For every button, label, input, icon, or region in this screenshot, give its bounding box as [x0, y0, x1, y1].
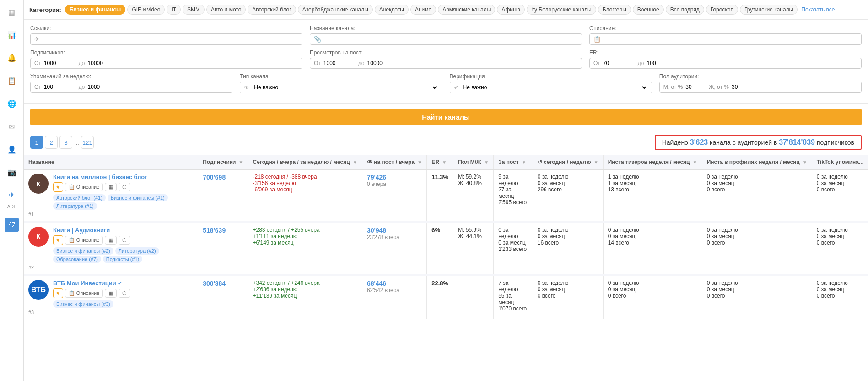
- filter-verification: Верификация ✔ Не важно: [450, 73, 652, 93]
- links-input[interactable]: [42, 36, 298, 43]
- views-to-input[interactable]: [367, 60, 399, 66]
- insta-tizer-cell: 1 за неделю 1 за месяц 13 всего: [603, 169, 702, 221]
- filter-row-1: Ссылки: ✈ Название канала: 📎 Описание: 📋: [30, 25, 862, 45]
- channel-name-input[interactable]: [324, 36, 578, 43]
- page-btn-121[interactable]: 121: [81, 136, 94, 149]
- channel-tag[interactable]: Бизнес и финансы (#3): [53, 300, 113, 308]
- category-tag-anekdoty[interactable]: Анекдоты: [375, 5, 409, 15]
- sidebar-icon-telegram[interactable]: ✈: [5, 188, 19, 202]
- verification-select[interactable]: Не важно: [461, 84, 648, 91]
- description-button[interactable]: 📋 Описание: [65, 236, 103, 245]
- channel-tag[interactable]: Литература (#2): [115, 247, 159, 255]
- er-from-input[interactable]: [603, 60, 635, 66]
- channel-name-link[interactable]: ВТБ Мои Инвестиции: [53, 280, 116, 287]
- sub-from-input[interactable]: [44, 60, 76, 66]
- page-btn-1[interactable]: 1: [30, 136, 43, 149]
- col-er[interactable]: ER ▼: [427, 155, 453, 169]
- channel-rank-label: #1: [28, 212, 193, 217]
- col-subscribers[interactable]: Подписчики ▼: [198, 155, 248, 169]
- col-insta-profile[interactable]: Инста в профилях неделя / месяц ▼: [702, 155, 812, 169]
- insta-tizer-cell: 0 за неделю 0 за месяц 14 всего: [603, 223, 702, 274]
- post-month: 0 за месяц: [498, 239, 528, 246]
- description-button[interactable]: 📋 Описание: [65, 289, 103, 298]
- favorite-button[interactable]: ♥: [53, 182, 63, 192]
- col-gender[interactable]: Пол М/Ж ▼: [453, 155, 494, 169]
- category-bar: Категория: Бизнес и финансыGIF и videoIT…: [24, 0, 868, 20]
- ment-to-input[interactable]: [88, 84, 120, 90]
- views-cell: 68'446 62'542 вчера: [362, 276, 426, 319]
- sidebar-icon-grid[interactable]: ▦: [5, 5, 19, 19]
- channel-name-link[interactable]: Книги на миллион | бизнес блог: [53, 174, 147, 180]
- page-btn-2[interactable]: 2: [45, 136, 58, 149]
- category-tag-it[interactable]: IT: [167, 5, 181, 15]
- sidebar-icon-person[interactable]: 👤: [5, 142, 19, 157]
- insta-profile-cell: 0 за неделю 0 за месяц 0 всего: [702, 169, 812, 221]
- category-tag-azerbaijan[interactable]: Азербайджанские каналы: [298, 5, 373, 15]
- col-today[interactable]: Сегодня / вчера / за неделю / месяц ▼: [248, 155, 362, 169]
- channel-type-icon: 👁: [244, 84, 249, 91]
- sidebar-icon-instagram[interactable]: 📷: [5, 165, 19, 180]
- er-to-input[interactable]: [647, 60, 679, 66]
- col-insta-tizer[interactable]: Инста тизеров неделя / месяц ▼: [603, 155, 702, 169]
- category-tag-vse_podryad[interactable]: Все подряд: [666, 5, 704, 15]
- layers-button[interactable]: ▦: [105, 289, 117, 298]
- channel-tag[interactable]: Литература (#1): [53, 202, 97, 210]
- post-week: 9 за неделю: [498, 174, 528, 186]
- category-tag-gif[interactable]: GIF и video: [127, 5, 165, 15]
- search-button[interactable]: Найти каналы: [30, 109, 862, 125]
- subscribers-cell: 700'698: [198, 169, 248, 221]
- layers-button[interactable]: ▦: [105, 236, 117, 245]
- category-tag-gruzinskie[interactable]: Грузинские каналы: [740, 5, 798, 15]
- channel-type-select[interactable]: Не важно: [252, 84, 438, 91]
- channel-tag[interactable]: Авторский блог (#1): [53, 194, 106, 201]
- sidebar-icon-mail[interactable]: ✉: [5, 119, 19, 134]
- mentions-label: Упоминаний за неделю:: [30, 73, 232, 80]
- description-input[interactable]: [604, 36, 857, 43]
- gender-m-input[interactable]: [685, 84, 706, 90]
- ment-from-input[interactable]: [44, 84, 76, 90]
- col-post[interactable]: За пост ▼: [494, 155, 533, 169]
- description-button[interactable]: 📋 Описание: [65, 183, 103, 191]
- post-cell: 0 за неделю 0 за месяц 1'233 всего: [494, 223, 533, 274]
- share-button[interactable]: ⬡: [119, 289, 130, 298]
- sidebar-icon-book[interactable]: 📋: [5, 73, 19, 88]
- sidebar-shield-icon[interactable]: 🛡: [5, 218, 19, 232]
- channel-tag[interactable]: Бизнес и финансы (#1): [108, 194, 168, 201]
- sub-to-input[interactable]: [88, 60, 120, 66]
- favorite-button[interactable]: ♥: [53, 288, 63, 298]
- search-btn-wrap: Найти каналы: [24, 104, 868, 130]
- category-tag-armyanskie[interactable]: Армянские каналы: [438, 5, 495, 15]
- category-tag-afisha[interactable]: Афиша: [497, 5, 525, 15]
- sidebar-icon-chart[interactable]: 📊: [5, 27, 19, 42]
- category-tag-goroskop[interactable]: Гороскоп: [706, 5, 738, 15]
- favorite-button[interactable]: ♥: [53, 235, 63, 245]
- channel-tag[interactable]: Бизнес и финансы (#2): [53, 247, 113, 255]
- category-tag-anime[interactable]: Аниме: [410, 5, 436, 15]
- category-tag-belorusskie[interactable]: by Белорусские каналы: [527, 5, 596, 15]
- category-tag-smm[interactable]: SMM: [183, 5, 205, 15]
- show-all-button[interactable]: Показать все: [801, 6, 835, 13]
- share-button[interactable]: ⬡: [119, 236, 130, 245]
- sidebar-icon-globe[interactable]: 🌐: [5, 96, 19, 111]
- views-from-input[interactable]: [323, 60, 356, 66]
- share-button[interactable]: ⬡: [119, 183, 130, 191]
- category-tag-bloggers[interactable]: Блоггеры: [598, 5, 631, 15]
- channel-tag[interactable]: Подкасты (#1): [103, 256, 142, 263]
- page-btn-3[interactable]: 3: [59, 136, 72, 149]
- views-value: 30'948: [367, 227, 422, 234]
- tiktok-cell: 0 за неделю 0 за месяц 0 всего: [812, 276, 868, 319]
- channel-tag[interactable]: Образование (#7): [53, 256, 101, 263]
- layers-button[interactable]: ▦: [105, 183, 117, 191]
- col-views[interactable]: 👁 на пост / вчера ▼: [362, 155, 426, 169]
- col-repost[interactable]: ↺ сегодня / неделю ▼: [533, 155, 603, 169]
- category-tag-avtorskiy[interactable]: Авторский блог: [248, 5, 296, 15]
- category-tag-voennoe[interactable]: Военное: [633, 5, 664, 15]
- insta-profile-total: 0 всего: [707, 293, 807, 299]
- table-row: ККниги на миллион | бизнес блог♥📋 Описан…: [24, 169, 868, 221]
- channel-name-link[interactable]: Книги | Аудиокниги: [53, 227, 110, 234]
- gender-f-input[interactable]: [732, 84, 752, 90]
- change-month: -6'069 за месяц: [253, 186, 357, 193]
- category-tag-avto[interactable]: Авто и мото: [206, 5, 246, 15]
- category-tag-biznes[interactable]: Бизнес и финансы: [65, 5, 125, 15]
- sidebar-icon-bell[interactable]: 🔔: [5, 50, 19, 65]
